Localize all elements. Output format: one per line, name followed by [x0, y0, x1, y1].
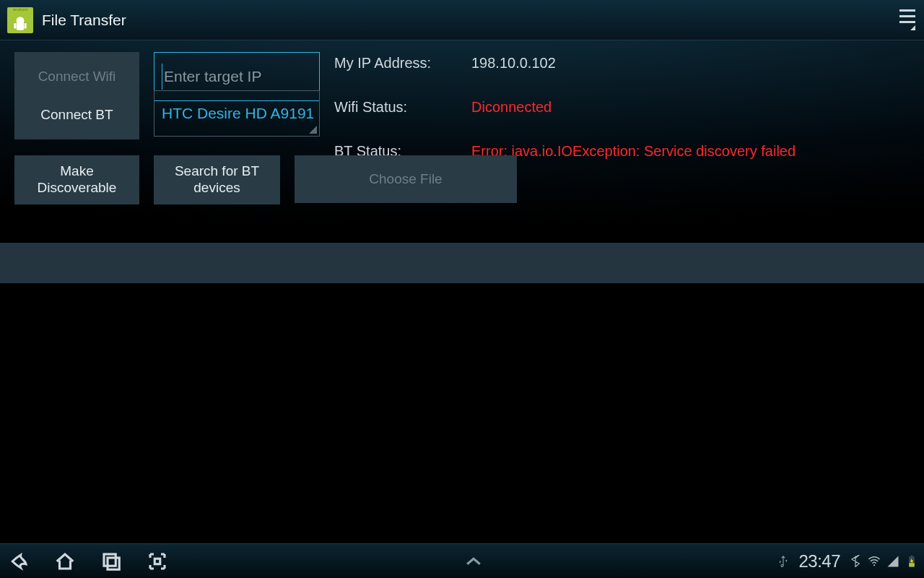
status-info: My IP Address: 198.10.0.102 Wifi Status:… — [334, 52, 910, 160]
svg-rect-1 — [17, 22, 25, 30]
choose-file-button[interactable]: Choose File — [295, 155, 517, 203]
my-ip-label: My IP Address: — [334, 55, 471, 72]
wifi-icon — [868, 554, 881, 569]
usb-icon — [777, 554, 790, 569]
clock: 23:47 — [798, 551, 840, 571]
recent-apps-button[interactable] — [98, 548, 124, 574]
svg-rect-2 — [14, 22, 16, 28]
svg-rect-10 — [909, 563, 915, 566]
bt-device-spinner[interactable]: HTC Desire HD A9191 — [154, 90, 320, 137]
svg-point-7 — [873, 564, 875, 566]
target-ip-field[interactable] — [164, 68, 312, 85]
list-area-header — [0, 243, 924, 283]
svg-rect-5 — [108, 558, 119, 569]
bluetooth-icon — [849, 554, 862, 569]
battery-icon — [905, 554, 918, 569]
svg-rect-4 — [104, 554, 116, 566]
my-ip-value: 198.10.0.102 — [471, 55, 910, 72]
app-icon — [7, 7, 33, 33]
bt-device-selected: HTC Desire HD A9191 — [162, 105, 314, 122]
make-discoverable-button[interactable]: Make Discoverable — [14, 155, 139, 204]
svg-rect-6 — [154, 558, 160, 564]
bt-status-value: Error: java.io.IOException: Service disc… — [471, 143, 910, 160]
svg-rect-9 — [911, 555, 913, 556]
screenshot-button[interactable] — [144, 548, 170, 574]
cell-signal-icon — [886, 554, 899, 569]
system-navigation-bar: 23:47 — [0, 543, 924, 578]
main-content: Connect Wifi My IP Address: 198.10.0.102… — [0, 40, 924, 243]
wifi-status-value: Diconnected — [471, 99, 910, 116]
back-button[interactable] — [6, 548, 32, 574]
home-button[interactable] — [52, 548, 78, 574]
search-bt-devices-button[interactable]: Search for BT devices — [154, 155, 280, 204]
svg-rect-3 — [25, 22, 27, 28]
connect-bt-button[interactable]: Connect BT — [14, 90, 139, 139]
wifi-status-label: Wifi Status: — [334, 99, 471, 116]
overflow-menu-button[interactable] — [895, 9, 915, 30]
list-area — [0, 283, 924, 543]
action-bar: File Transfer — [0, 0, 924, 40]
app-title: File Transfer — [42, 12, 895, 29]
expand-notifications-button[interactable] — [458, 548, 489, 574]
